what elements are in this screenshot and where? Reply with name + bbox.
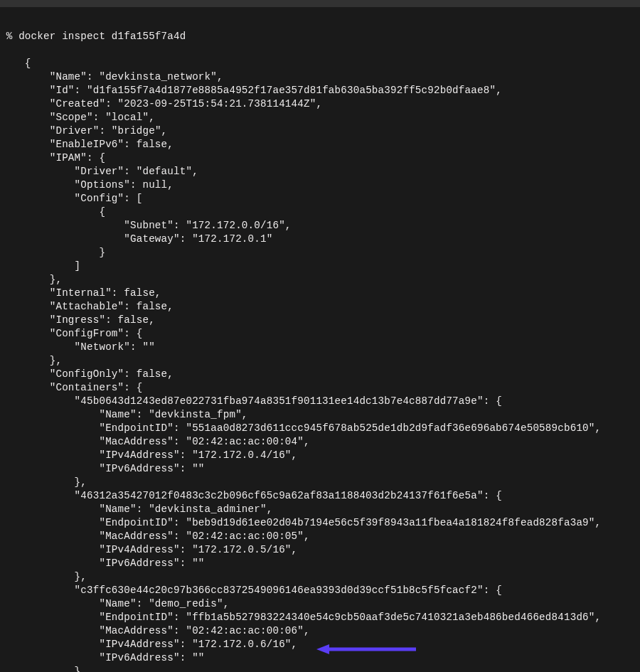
network-created: 2023-09-25T15:54:21.738114144Z: [124, 98, 309, 110]
network-scope: local: [112, 112, 143, 123]
container-1-name: devkinsta_fpm: [155, 409, 235, 420]
container-3-ipv4: 172.172.0.6/16: [198, 639, 285, 650]
ipam-options: null: [142, 179, 167, 191]
container-1-endpoint: 551aa0d8273d611ccc945f678ab525de1db2d9fa…: [192, 422, 589, 434]
container-1-id: 45b0643d1243ed87e022731fba974a8351f90113…: [80, 395, 477, 407]
terminal-output[interactable]: % docker inspect d1fa155f7a4d { "Name": …: [0, 17, 640, 672]
container-1-ipv4: 172.172.0.4/16: [198, 449, 285, 461]
container-3-id: c3ffc630e44c20c97b366cc8372549096146ea93…: [80, 585, 477, 596]
network-id: d1fa155f7a4d1877e8885a4952f17ae357d81fab…: [93, 85, 490, 96]
network-internal: false: [124, 287, 155, 299]
container-2-ipv4: 172.172.0.5/16: [198, 544, 285, 555]
network-enableipv6: false: [137, 139, 168, 150]
network-driver: bridge: [118, 125, 155, 137]
network-configonly: false: [137, 368, 168, 380]
ipam-driver: default: [142, 166, 186, 177]
container-2-mac: 02:42:ac:ac:00:05: [192, 530, 297, 542]
container-2-name: devkinsta_adminer: [155, 503, 260, 515]
container-2-id: 46312a35427012f0483c3c2b096cf65c9a62af83…: [80, 490, 477, 501]
container-1-mac: 02:42:ac:ac:00:04: [192, 436, 297, 447]
network-ingress: false: [118, 314, 149, 326]
container-3-endpoint: ffb1a5b527983224340e54c9cb50aaf3de5c7410…: [192, 612, 589, 623]
container-2-endpoint: beb9d19d61ee02d04b7194e56c5f39f8943a11fb…: [192, 517, 589, 528]
network-attachable: false: [137, 301, 168, 312]
container-3-name: demo_redis: [155, 598, 217, 609]
ipam-subnet: 172.172.0.0/16: [192, 220, 279, 231]
container-3-mac: 02:42:ac:ac:00:06: [192, 625, 297, 636]
window-titlebar: [0, 0, 640, 7]
prompt-symbol: %: [6, 31, 13, 42]
command-text: docker inspect d1fa155f7a4d: [18, 31, 186, 42]
ipam-gateway: 172.172.0.1: [198, 233, 267, 245]
network-name: devkinsta_network: [105, 71, 210, 82]
